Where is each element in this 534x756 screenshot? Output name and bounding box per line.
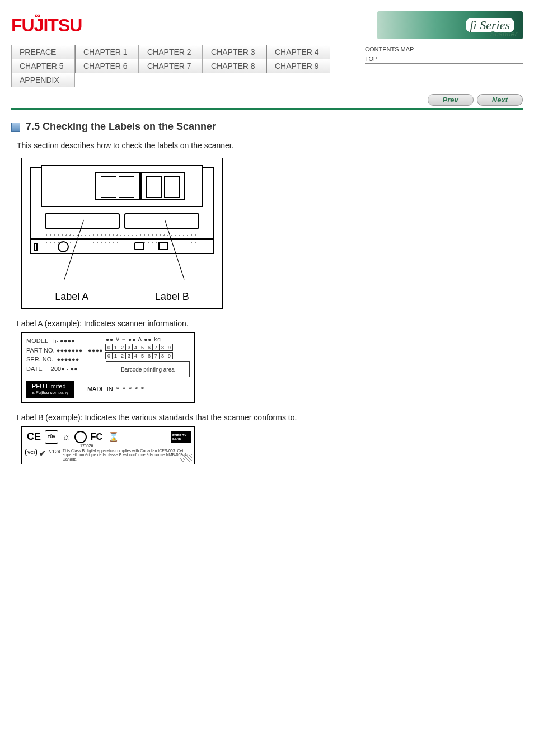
section-icon xyxy=(11,123,20,132)
tab-appendix[interactable]: APPENDIX xyxy=(11,73,75,87)
hatch-corner-icon xyxy=(180,454,192,462)
tab-chapter-5[interactable]: CHAPTER 5 xyxy=(11,59,75,73)
label-a-description: Label A (example): Indicates scanner inf… xyxy=(17,319,523,328)
contents-links: CONTENTS MAP TOP xyxy=(360,45,523,87)
scanner-label-position-figure: Label A Label B xyxy=(21,158,223,309)
label-a-model-key: MODEL xyxy=(26,337,48,344)
n124-text: N124 xyxy=(48,449,60,454)
label-a-barcode-area: Barcode printing area xyxy=(106,361,190,377)
label-a-date-key: DATE xyxy=(26,365,43,372)
fcc-mark-icon: FC xyxy=(89,431,104,443)
tab-preface[interactable]: PREFACE xyxy=(11,45,75,59)
page-nav: Prev Next xyxy=(11,94,523,106)
tab-chapter-2[interactable]: CHAPTER 2 xyxy=(139,45,203,59)
section-title: 7.5 Checking the Labels on the Scanner xyxy=(26,121,216,133)
label-a-figure: MODEL fi- ●●●● PART NO. ●●●●●●● - ●●●● S… xyxy=(21,332,195,403)
fujitsu-logo: FUJITSU ∞ xyxy=(11,15,82,36)
tab-chapter-1[interactable]: CHAPTER 1 xyxy=(75,45,139,59)
c-tick-icon: ✔ xyxy=(39,449,46,458)
bottom-divider xyxy=(11,475,523,475)
csa-number: 175526 xyxy=(80,444,191,448)
tuv-mark-icon: TÜV xyxy=(45,430,58,444)
intro-text: This section describes how to check the … xyxy=(17,141,523,150)
label-a-part-val: ●●●●●●● - ●●●● xyxy=(57,347,103,354)
link-contents-map[interactable]: CONTENTS MAP xyxy=(365,45,523,54)
tab-chapter-9[interactable]: CHAPTER 9 xyxy=(266,59,330,73)
label-a-units: ●● V ⎓ ●● A ●● kg xyxy=(106,336,190,342)
tab-chapter-3[interactable]: CHAPTER 3 xyxy=(203,45,266,59)
tab-chapter-4[interactable]: CHAPTER 4 xyxy=(266,45,330,59)
pfu-limited-block: PFU Limited a Fujitsu company xyxy=(26,381,74,398)
figure-label-a-text: Label A xyxy=(55,291,88,303)
chapter-tabs: PREFACE CHAPTER 1 CHAPTER 2 CHAPTER 3 CH… xyxy=(11,45,355,87)
label-a-date-val: 200● - ●● xyxy=(51,365,78,372)
green-divider xyxy=(11,108,523,110)
gost-mark-icon: ☼ xyxy=(60,431,72,443)
pfu-name: PFU Limited xyxy=(32,383,68,390)
energy-star-icon: ENERGY STAR xyxy=(171,431,191,443)
label-b-figure: CE TÜV ☼ FC ⌛ ENERGY STAR 175526 VCI ✔ N… xyxy=(21,426,195,464)
tab-chapter-7[interactable]: CHAPTER 7 xyxy=(139,59,203,73)
label-a-part-key: PART NO. xyxy=(26,347,55,354)
pfu-sub: a Fujitsu company xyxy=(32,390,68,396)
label-a-model-val: fi- ●●●● xyxy=(53,337,75,344)
fi-series-banner: fi Series Scanner xyxy=(377,11,523,39)
link-top[interactable]: TOP xyxy=(365,54,523,64)
compliance-text: This Class B digital apparatus complies … xyxy=(63,449,191,462)
label-a-digits-row-2: 0 1 2 3 4 5 6 7 8 9 xyxy=(106,352,190,359)
tab-chapter-6[interactable]: CHAPTER 6 xyxy=(75,59,139,73)
label-a-ser-val: ●●●●●● xyxy=(57,356,79,363)
label-b-description: Label B (example): Indicates the various… xyxy=(17,413,523,422)
vci-mark-icon: VCI xyxy=(25,449,37,456)
divider xyxy=(11,88,523,88)
label-a-ser-key: SER. NO. xyxy=(26,356,53,363)
ce-mark-icon: CE xyxy=(25,430,43,443)
label-a-madein: MADE IN ＊＊＊＊＊ xyxy=(87,385,146,393)
figure-label-b-text: Label B xyxy=(155,291,189,303)
next-button[interactable]: Next xyxy=(477,94,523,106)
prev-button[interactable]: Prev xyxy=(428,94,474,106)
hourglass-icon: ⌛ xyxy=(106,431,121,443)
label-a-digits-row-1: 0 1 2 3 4 5 6 7 8 9 xyxy=(106,344,190,351)
series-sub: Scanner xyxy=(490,30,517,38)
tab-chapter-8[interactable]: CHAPTER 8 xyxy=(203,59,266,73)
logo-infinity-icon: ∞ xyxy=(35,11,40,20)
csa-mark-icon xyxy=(74,431,87,443)
